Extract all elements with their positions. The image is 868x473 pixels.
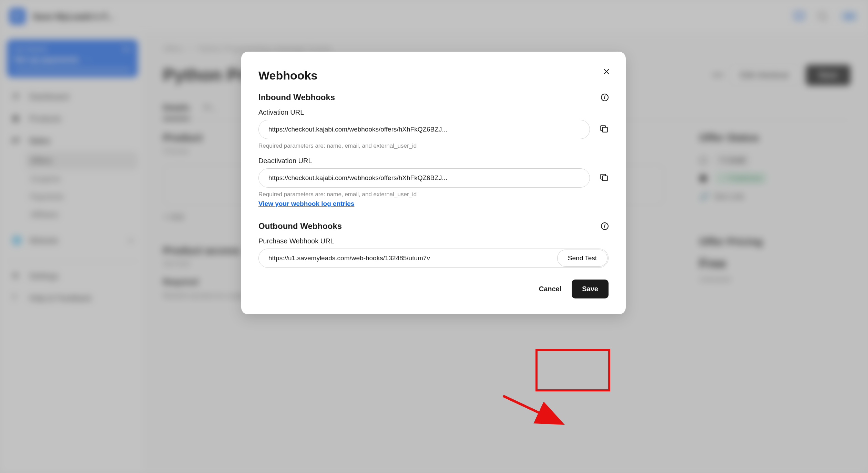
copy-deactivation-button[interactable] xyxy=(600,173,609,183)
cancel-button[interactable]: Cancel xyxy=(539,285,562,293)
inbound-info-icon[interactable]: i xyxy=(601,94,609,101)
webhooks-modal: Webhooks Inbound Webhooks i Activation U… xyxy=(241,52,626,314)
activation-hint: Required parameters are: name, email, an… xyxy=(258,143,609,149)
deactivation-url-input[interactable]: https://checkout.kajabi.com/webhooks/off… xyxy=(258,168,590,188)
inbound-title: Inbound Webhooks xyxy=(258,93,335,102)
purchase-label: Purchase Webhook URL xyxy=(258,237,609,245)
close-button[interactable] xyxy=(602,67,611,77)
activation-url-input[interactable]: https://checkout.kajabi.com/webhooks/off… xyxy=(258,120,590,139)
send-test-button[interactable]: Send Test xyxy=(557,250,607,267)
webhook-log-link[interactable]: View your webhook log entries xyxy=(258,200,354,208)
outbound-title: Outbound Webhooks xyxy=(258,221,342,231)
svg-rect-5 xyxy=(603,176,607,181)
save-button[interactable]: Save xyxy=(572,280,609,298)
svg-rect-4 xyxy=(603,127,607,132)
outbound-info-icon[interactable]: i xyxy=(601,222,609,230)
deactivation-hint: Required parameters are: name, email, an… xyxy=(258,191,609,198)
purchase-url-input[interactable]: https://u1.savemyleads.com/web-hooks/132… xyxy=(258,249,609,268)
deactivation-label: Deactivation URL xyxy=(258,157,609,165)
activation-label: Activation URL xyxy=(258,108,609,116)
modal-title: Webhooks xyxy=(258,69,609,82)
copy-activation-button[interactable] xyxy=(600,124,609,135)
